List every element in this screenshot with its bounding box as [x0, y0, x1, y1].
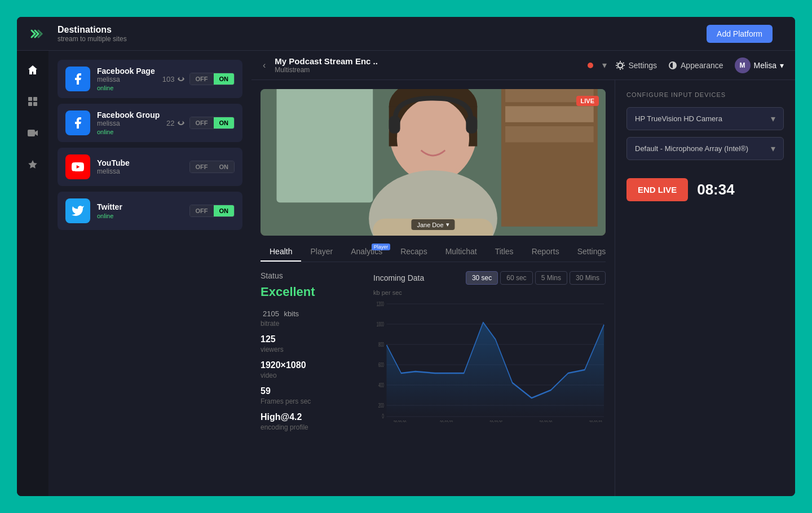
camera-dropdown-arrow: ▾	[771, 113, 775, 124]
svg-text:20:22:33: 20:22:33	[589, 420, 602, 422]
facebook-group-on[interactable]: ON	[214, 117, 235, 129]
chart-fill	[387, 322, 604, 417]
svg-text:20:22:36: 20:22:36	[489, 420, 502, 422]
stream-topbar: ‹ My Podcast Stream Enc .. Multistream ▾…	[251, 51, 795, 80]
stream-main: LIVE Jane Doe ▾ Health Player Analytics …	[251, 80, 615, 496]
facebook-group-toggle[interactable]: OFF ON	[189, 117, 235, 129]
encoding-label: encoding profile	[261, 423, 362, 431]
svg-rect-11	[505, 126, 594, 142]
appearance-button[interactable]: Appearance	[668, 61, 723, 70]
filter-30sec[interactable]: 30 sec	[466, 271, 498, 285]
filter-60sec[interactable]: 60 sec	[500, 271, 532, 285]
resolution-value: 1920×1080	[261, 360, 362, 370]
tab-player[interactable]: Player	[301, 242, 342, 262]
resolution-label: video	[261, 372, 362, 379]
top-controls: Settings Appearance M Melisa ▾	[616, 58, 784, 73]
tab-health[interactable]: Health	[261, 242, 301, 262]
settings-label: Settings	[628, 61, 657, 70]
sidebar-item-grid[interactable]	[23, 91, 43, 112]
facebook-page-toggle[interactable]: OFF ON	[189, 73, 235, 85]
destinations-panel: Facebook Page melissa online 103 OFF ON	[48, 51, 251, 496]
config-panel: CONFIGURE INPUT DEVICES HP TrueVision HD…	[615, 80, 795, 496]
status-label: Status	[261, 271, 362, 280]
filter-30mins[interactable]: 30 Mins	[570, 271, 606, 285]
chart-area: Incoming Data 30 sec 60 sec 5 Mins 30 Mi…	[373, 271, 606, 487]
body-layout: Facebook Page melissa online 103 OFF ON	[17, 51, 795, 496]
stream-dropdown[interactable]: ▾	[602, 60, 607, 70]
platform-card-facebook-page: Facebook Page melissa online 103 OFF ON	[58, 60, 242, 98]
user-menu-button[interactable]: M Melisa ▾	[735, 58, 784, 73]
tab-titles[interactable]: Titles	[486, 242, 523, 262]
sidebar-item-star[interactable]	[23, 154, 43, 175]
fps-value: 59	[261, 386, 362, 396]
tab-reports[interactable]: Reports	[523, 242, 568, 262]
stream-title: My Podcast Stream Enc ..	[275, 56, 579, 66]
chart-title: Incoming Data	[373, 273, 424, 282]
appearance-label: Appearance	[681, 61, 723, 70]
add-platform-button[interactable]: Add Platform	[707, 25, 773, 43]
main-content: ‹ My Podcast Stream Enc .. Multistream ▾…	[251, 51, 795, 496]
sidebar-item-video[interactable]	[23, 123, 43, 143]
settings-button[interactable]: Settings	[616, 61, 657, 70]
youtube-name: YouTube	[97, 158, 189, 167]
stream-area: LIVE Jane Doe ▾ Health Player Analytics …	[251, 80, 795, 496]
twitter-name: Twitter	[97, 202, 189, 211]
left-sidebar	[17, 51, 48, 496]
microphone-dropdown-arrow: ▾	[771, 143, 775, 154]
platform-card-facebook-group: Facebook Group melissa online 22 OFF ON	[58, 104, 242, 142]
svg-rect-16	[389, 116, 400, 133]
back-arrow[interactable]: ‹	[263, 60, 266, 70]
video-person-label: Jane Doe ▾	[411, 219, 454, 230]
youtube-user: melissa	[97, 167, 189, 175]
facebook-group-off[interactable]: OFF	[190, 117, 214, 129]
facebook-page-off[interactable]: OFF	[190, 73, 214, 85]
youtube-controls: OFF ON	[189, 161, 235, 173]
tab-settings[interactable]: Settings	[568, 242, 615, 262]
twitter-on[interactable]: ON	[214, 205, 235, 216]
facebook-page-user: melissa	[97, 76, 162, 83]
tab-recaps[interactable]: Recaps	[391, 242, 436, 262]
tab-multichat[interactable]: Multichat	[436, 242, 486, 262]
sidebar-item-home[interactable]	[23, 60, 43, 80]
destinations-subtitle: stream to multiple sites	[58, 35, 707, 43]
svg-text:20:22:30: 20:22:30	[394, 420, 407, 422]
youtube-off[interactable]: OFF	[190, 161, 214, 173]
facebook-group-controls: 22 OFF ON	[166, 117, 235, 129]
svg-rect-7	[276, 89, 373, 202]
header: Destinations stream to multiple sites Ad…	[17, 17, 795, 51]
logo	[28, 24, 48, 44]
video-container: LIVE Jane Doe ▾	[261, 89, 606, 236]
facebook-group-logo	[65, 110, 90, 135]
end-live-row: END LIVE 08:34	[626, 169, 784, 201]
user-dropdown-arrow: ▾	[780, 61, 784, 70]
twitter-toggle[interactable]: OFF ON	[189, 205, 235, 217]
microphone-label: Default - Microphone Array (Intel®)	[635, 144, 748, 153]
microphone-select[interactable]: Default - Microphone Array (Intel®) ▾	[626, 137, 784, 160]
youtube-on[interactable]: ON	[214, 161, 235, 173]
filter-5mins[interactable]: 5 Mins	[535, 271, 567, 285]
stream-title-block: My Podcast Stream Enc .. Multistream	[275, 56, 579, 74]
svg-text:600: 600	[378, 362, 384, 368]
facebook-group-info: Facebook Group melissa online	[97, 110, 166, 135]
svg-text:20:22:39: 20:22:39	[540, 420, 553, 422]
camera-select[interactable]: HP TrueVision HD Camera ▾	[626, 107, 784, 130]
status-panel: Status Excellent 2105 kbits bitrate 1	[261, 271, 362, 487]
encoding-value: High@4.2	[261, 412, 362, 422]
svg-rect-2	[28, 102, 32, 106]
platform-card-twitter: Twitter online OFF ON	[58, 192, 242, 230]
svg-text:800: 800	[378, 342, 384, 348]
end-live-button[interactable]: END LIVE	[626, 178, 688, 201]
facebook-page-name: Facebook Page	[97, 67, 162, 76]
facebook-page-on[interactable]: ON	[214, 73, 235, 85]
bitrate-value: 2105 kbits	[261, 308, 362, 319]
twitter-off[interactable]: OFF	[190, 205, 214, 216]
tab-analytics[interactable]: Analytics Player	[342, 242, 391, 262]
twitter-controls: OFF ON	[189, 205, 235, 217]
user-name: Melisa	[754, 61, 776, 70]
facebook-group-status: online	[97, 129, 166, 135]
destinations-info: Destinations stream to multiple sites	[58, 25, 707, 43]
destinations-title: Destinations	[58, 25, 707, 35]
live-indicator	[588, 63, 593, 68]
youtube-toggle[interactable]: OFF ON	[189, 161, 235, 173]
status-value: Excellent	[261, 285, 362, 299]
